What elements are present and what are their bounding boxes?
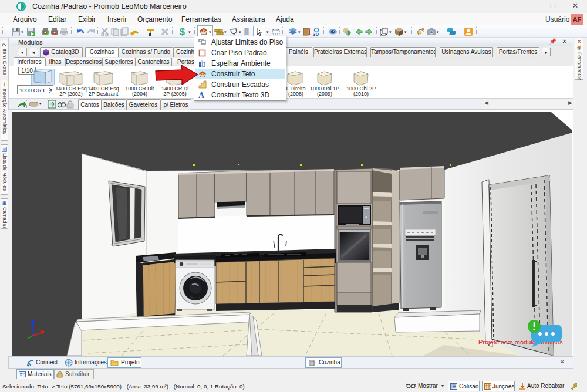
svg-text:$: $ bbox=[180, 27, 185, 36]
svg-text:A: A bbox=[198, 91, 205, 99]
svg-text:3D: 3D bbox=[313, 32, 319, 36]
